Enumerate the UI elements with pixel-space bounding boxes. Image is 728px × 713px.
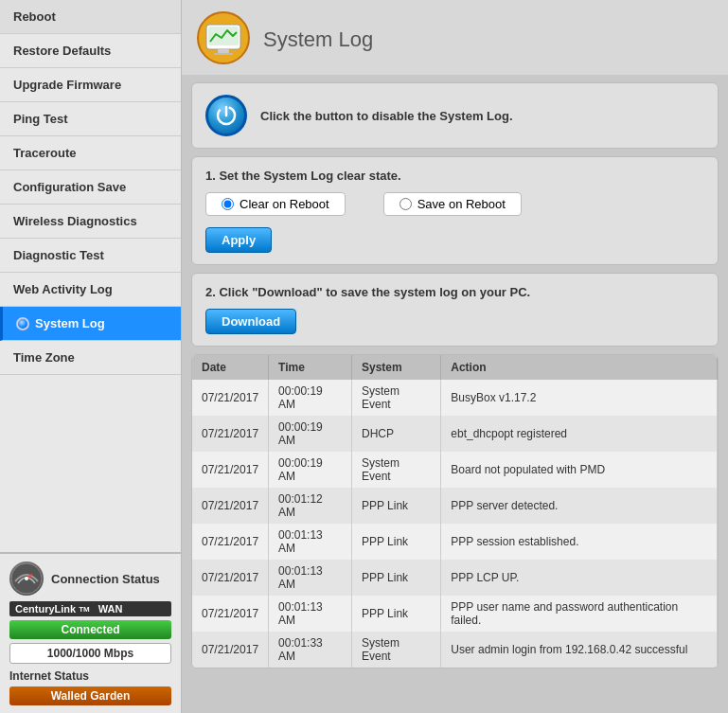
page-icon-wrapper [197,11,263,67]
log-cell-action: BusyBox v1.17.2 [441,380,718,416]
sidebar-item-configuration-save[interactable]: Configuration Save [0,170,181,205]
table-row: 07/21/201700:01:13 AMPPP LinkPPP user na… [192,596,718,632]
table-row: 07/21/201700:01:12 AMPPP LinkPPP server … [192,488,718,524]
log-cell-action: PPP server detected. [441,488,718,524]
log-cell-date: 07/21/2017 [192,632,269,668]
table-row: 07/21/201700:01:13 AMPPP LinkPPP LCP UP. [192,560,718,596]
log-cell-system: System Event [351,452,440,488]
log-cell-system: PPP Link [351,488,440,524]
log-cell-date: 07/21/2017 [192,560,269,596]
save-on-reboot-radio[interactable] [400,198,412,210]
radio-row: Clear on Reboot Save on Reboot [205,192,704,216]
disable-power-button[interactable] [205,95,247,136]
log-cell-system: PPP Link [351,596,440,632]
sidebar-item-label: Wireless Diagnostics [13,214,137,228]
log-cell-date: 07/21/2017 [192,452,269,488]
connected-badge: Connected [9,620,171,639]
speed-badge: 1000/1000 Mbps [9,643,171,664]
sidebar-item-diagnostic-test[interactable]: Diagnostic Test [0,239,181,273]
internet-status-label: Internet Status [9,669,171,683]
sidebar-item-label: System Log [35,316,105,330]
save-on-reboot-label: Save on Reboot [417,197,506,211]
log-cell-date: 07/21/2017 [192,596,269,632]
table-row: 07/21/201700:00:19 AMSystem EventBusyBox… [192,380,718,416]
sidebar-item-label: Ping Test [13,112,68,126]
log-cell-action: PPP session established. [441,524,718,560]
log-col-header-system: System [351,355,440,380]
log-col-header-date: Date [192,355,269,380]
log-cell-time: 00:00:19 AM [269,380,352,416]
clear-on-reboot-radio[interactable] [222,198,234,210]
trademark-symbol: TM [79,605,90,614]
sidebar-item-label: Time Zone [13,350,75,365]
sidebar-item-time-zone[interactable]: Time Zone [0,341,181,375]
sidebar-item-system-log[interactable]: System Log [0,307,181,341]
active-dot-icon [16,317,29,330]
log-cell-date: 07/21/2017 [192,380,269,416]
log-cell-time: 00:01:33 AM [269,632,352,668]
log-cell-time: 00:01:13 AM [269,596,352,632]
log-table-card: DateTimeSystemAction 07/21/201700:00:19 … [191,354,719,668]
section1-card: 1. Set the System Log clear state. Clear… [191,156,719,265]
page-title: System Log [263,27,373,52]
svg-rect-7 [214,53,233,55]
table-row: 07/21/201700:00:19 AMDHCPebt_dhcpopt reg… [192,416,718,452]
connection-status-title: Connection Status [51,572,160,586]
walled-garden-badge: Walled Garden [9,686,171,705]
save-on-reboot-option[interactable]: Save on Reboot [383,192,522,216]
sidebar-item-ping-test[interactable]: Ping Test [0,102,181,136]
log-cell-action: PPP LCP UP. [441,560,718,596]
log-cell-system: System Event [351,380,440,416]
log-cell-system: PPP Link [351,524,440,560]
sidebar-item-reboot[interactable]: Reboot [0,0,181,34]
sidebar-item-web-activity-log[interactable]: Web Activity Log [0,273,181,307]
download-button[interactable]: Download [205,309,296,334]
log-table-body: 07/21/201700:00:19 AMSystem EventBusyBox… [192,380,718,668]
table-row: 07/21/201700:01:33 AMSystem EventUser ad… [192,632,718,668]
log-table-header-row: DateTimeSystemAction [192,355,718,380]
log-cell-action: User admin login from 192.168.0.42 succe… [441,632,718,668]
table-row: 07/21/201700:00:19 AMSystem EventBoard n… [192,452,718,488]
svg-rect-6 [218,49,229,53]
sidebar-item-traceroute[interactable]: Traceroute [0,136,181,170]
apply-button[interactable]: Apply [205,227,272,253]
sidebar-item-label: Restore Defaults [13,44,111,58]
connection-status-box: Connection Status CenturyLinkTM WAN Conn… [0,552,181,713]
sidebar: RebootRestore DefaultsUpgrade FirmwarePi… [0,0,182,713]
log-cell-time: 00:00:19 AM [269,416,352,452]
sidebar-item-wireless-diagnostics[interactable]: Wireless Diagnostics [0,205,181,239]
sidebar-item-label: Traceroute [13,146,76,160]
wan-label: CenturyLinkTM WAN [9,601,171,616]
sidebar-item-restore-defaults[interactable]: Restore Defaults [0,34,181,68]
log-cell-action: ebt_dhcpopt registered [441,416,718,452]
connection-status-icon [9,561,44,596]
sidebar-item-label: Upgrade Firmware [13,78,121,92]
sidebar-item-label: Diagnostic Test [13,248,104,262]
section2-title: 2. Click "Download" to save the system l… [205,285,704,299]
centurylink-label: CenturyLink [15,603,76,615]
page-header: System Log [182,0,728,75]
log-cell-time: 00:00:19 AM [269,452,352,488]
sidebar-item-label: Configuration Save [13,180,126,194]
main-content: System Log Click the button to disable t… [182,0,728,713]
log-cell-action: PPP user name and password authenticatio… [441,596,718,632]
log-cell-date: 07/21/2017 [192,488,269,524]
log-cell-time: 00:01:12 AM [269,488,352,524]
log-cell-action: Board not populated with PMD [441,452,718,488]
section2-card: 2. Click "Download" to save the system l… [191,273,719,347]
sidebar-item-label: Reboot [13,9,56,24]
log-col-header-time: Time [269,355,352,380]
log-cell-system: PPP Link [351,560,440,596]
log-table: DateTimeSystemAction 07/21/201700:00:19 … [192,355,718,668]
wan-suffix: WAN [98,603,123,615]
log-cell-time: 00:01:13 AM [269,560,352,596]
log-col-header-action: Action [441,355,718,380]
clear-on-reboot-option[interactable]: Clear on Reboot [205,192,346,216]
connection-status-header: Connection Status [9,561,171,596]
log-cell-time: 00:01:13 AM [269,524,352,560]
sidebar-item-upgrade-firmware[interactable]: Upgrade Firmware [0,68,181,102]
disable-section: Click the button to disable the System L… [191,82,719,149]
section1-title: 1. Set the System Log clear state. [205,169,704,183]
disable-btn-row: Click the button to disable the System L… [205,95,704,136]
log-cell-date: 07/21/2017 [192,416,269,452]
